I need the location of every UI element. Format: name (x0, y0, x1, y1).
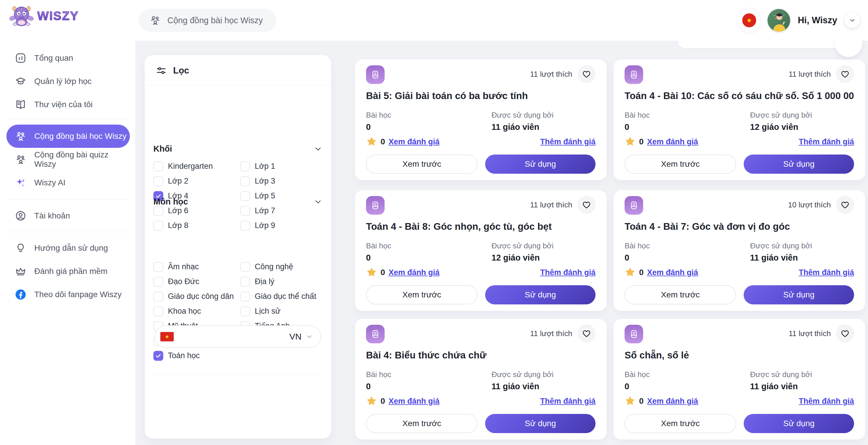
stat-value: 12 giáo viên (750, 122, 812, 132)
likes: 11 lượt thích (789, 319, 854, 348)
use-button[interactable]: Sử dụng (485, 285, 595, 305)
checkbox[interactable] (240, 277, 250, 287)
filter-option[interactable]: Âm nhạc (153, 262, 240, 272)
filter-option[interactable]: Lớp 7 (240, 206, 323, 216)
preview-button[interactable]: Xem trước (366, 285, 477, 305)
view-reviews-link[interactable]: Xem đánh giá (647, 397, 699, 406)
filter-option[interactable]: Giáo dục công dân (153, 292, 240, 301)
lesson-card: 11 lượt thích Bài 5: Giải bài toán có ba… (355, 60, 607, 180)
lesson-title: Toán 4 - Bài 8: Góc nhọn, góc tù, góc bẹ… (366, 221, 595, 232)
filter-option[interactable]: Lớp 9 (240, 221, 323, 231)
sidebar-item-icon (14, 210, 27, 222)
breadcrumb[interactable]: Cộng đồng bài học Wiszy (139, 9, 276, 32)
breadcrumb-label: Cộng đồng bài học Wiszy (167, 16, 263, 25)
filter-option[interactable]: Kindergarten (153, 161, 240, 171)
stat-label: Bài học (625, 242, 650, 250)
checkbox[interactable] (240, 307, 250, 316)
preview-button[interactable]: Xem trước (625, 285, 736, 305)
filter-option[interactable]: Công nghệ (240, 262, 323, 272)
view-reviews-link[interactable]: Xem đánh giá (389, 397, 440, 406)
use-button[interactable]: Sử dụng (485, 414, 595, 433)
checkbox[interactable] (240, 262, 250, 272)
filter-option[interactable]: Địa lý (240, 277, 323, 287)
sidebar-item-wiszy-ai[interactable]: Wiszy AI (6, 171, 130, 194)
view-reviews-link[interactable]: Xem đánh giá (647, 137, 699, 147)
view-reviews-link[interactable]: Xem đánh giá (647, 268, 699, 277)
filter-option[interactable]: Khoa học (153, 307, 240, 316)
collapse-subject-chevron-icon[interactable] (314, 197, 322, 206)
sidebar-item-đánh-giá-phần-mềm[interactable]: Đánh giá phần mềm (6, 260, 130, 283)
preview-button[interactable]: Xem trước (625, 155, 736, 174)
add-review-link[interactable]: Thêm đánh giá (540, 268, 595, 277)
likes-count: 11 lượt thích (530, 329, 572, 338)
sidebar-item-tài-khoản[interactable]: Tài khoản (6, 204, 130, 227)
filter-option[interactable]: Lớp 6 (153, 206, 240, 216)
sidebar-item-hướng-dẫn-sử-dụng[interactable]: Hướng dẫn sử dụng (6, 236, 130, 260)
user-avatar[interactable] (768, 9, 790, 32)
filter-option[interactable]: Lịch sử (240, 307, 323, 316)
preview-button[interactable]: Xem trước (366, 414, 477, 433)
account-menu-button[interactable] (845, 13, 860, 28)
filter-option[interactable]: Lớp 8 (153, 221, 240, 231)
like-button[interactable] (578, 324, 595, 343)
sidebar-item-cộng-đồng-bài-quizz-wiszy[interactable]: Cộng đồng bài quizz Wiszy (6, 148, 130, 171)
stat-value: 11 giáo viên (750, 253, 812, 262)
use-button[interactable]: Sử dụng (485, 155, 595, 174)
sidebar-item-quản-lý-lớp-học[interactable]: Quản lý lớp học (6, 70, 130, 93)
heart-icon (582, 329, 591, 338)
like-button[interactable] (578, 65, 595, 83)
sidebar-item-tổng-quan[interactable]: Tổng quan (6, 46, 130, 70)
checkbox[interactable] (240, 176, 250, 186)
sidebar-item-cộng-đồng-bài-học-wiszy[interactable]: Cộng đồng bài học Wiszy (6, 125, 130, 148)
lesson-doc-icon (625, 196, 643, 215)
card-actions: Xem trước Sử dụng (366, 155, 595, 174)
like-button[interactable] (836, 65, 854, 83)
checkbox[interactable] (153, 307, 163, 316)
checkbox[interactable] (153, 221, 163, 231)
view-reviews-link[interactable]: Xem đánh giá (389, 137, 440, 147)
add-review-link[interactable]: Thêm đánh giá (799, 268, 854, 277)
checkbox[interactable] (240, 221, 250, 231)
checkbox[interactable] (240, 292, 250, 301)
view-reviews-link[interactable]: Xem đánh giá (389, 268, 440, 277)
likes: 11 lượt thích (530, 319, 595, 348)
sidebar-item-thư-viện-của-tôi[interactable]: Thư viện của tôi (6, 93, 130, 116)
like-button[interactable] (836, 324, 854, 343)
heart-icon (582, 69, 591, 79)
checkbox[interactable] (153, 262, 163, 272)
checkbox[interactable] (153, 351, 163, 361)
use-button[interactable]: Sử dụng (744, 414, 854, 433)
brand-logo[interactable]: WISZY (9, 3, 92, 29)
checkbox[interactable] (153, 206, 163, 216)
checkbox[interactable] (153, 161, 163, 171)
lesson-doc-icon (366, 65, 384, 84)
filter-option[interactable]: Lớp 1 (240, 161, 323, 171)
use-button[interactable]: Sử dụng (744, 155, 854, 174)
filter-option[interactable]: Toán học (153, 351, 240, 361)
add-review-link[interactable]: Thêm đánh giá (540, 397, 595, 406)
language-selector[interactable]: VN (155, 325, 321, 348)
collapse-grade-chevron-icon[interactable] (314, 145, 322, 153)
language-flag-button[interactable] (738, 9, 760, 31)
checkbox[interactable] (153, 176, 163, 186)
preview-button[interactable]: Xem trước (366, 155, 477, 174)
checkbox[interactable] (240, 206, 250, 216)
lesson-card: 11 lượt thích Toán 4 - Bài 8: Góc nhọn, … (355, 190, 607, 311)
checkbox[interactable] (153, 292, 163, 301)
add-review-link[interactable]: Thêm đánh giá (540, 137, 595, 147)
add-review-link[interactable]: Thêm đánh giá (799, 397, 854, 406)
add-review-link[interactable]: Thêm đánh giá (799, 137, 854, 147)
preview-button[interactable]: Xem trước (625, 414, 736, 433)
like-button[interactable] (578, 196, 595, 214)
search-input-partial[interactable] (677, 41, 845, 49)
sidebar-item-icon (14, 98, 27, 111)
sidebar-item-theo-dõi-fanpage-wiszy[interactable]: Theo dõi fanpage Wiszy (6, 283, 130, 306)
filter-option[interactable]: Đạo Đức (153, 277, 240, 287)
filter-option[interactable]: Lớp 3 (240, 176, 323, 186)
like-button[interactable] (836, 196, 854, 214)
checkbox[interactable] (153, 277, 163, 287)
checkbox[interactable] (240, 161, 250, 171)
use-button[interactable]: Sử dụng (744, 285, 854, 305)
filter-option[interactable]: Lớp 2 (153, 176, 240, 186)
filter-option[interactable]: Giáo dục thể chất (240, 292, 323, 301)
